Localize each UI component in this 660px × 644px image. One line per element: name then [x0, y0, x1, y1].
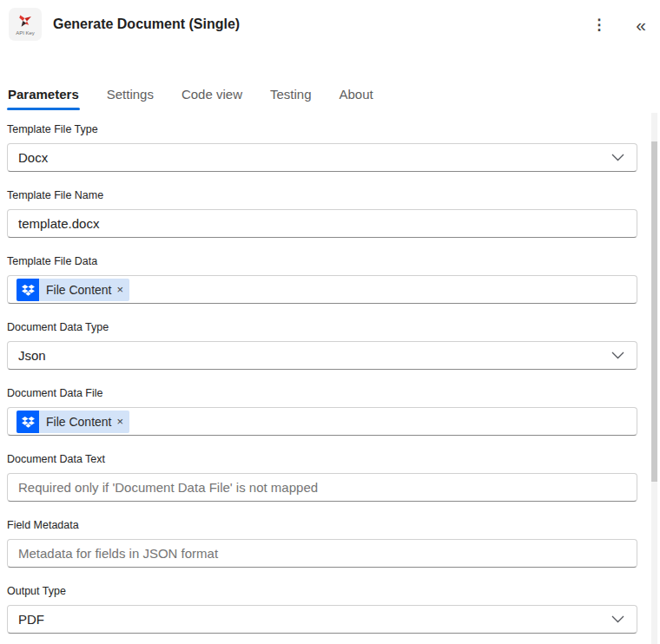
dropdown-value: Json: [18, 348, 46, 363]
collapse-panel-icon[interactable]: «: [632, 14, 650, 36]
dropdown-value: Docx: [18, 150, 48, 165]
document-data-type-dropdown[interactable]: Json: [7, 341, 637, 370]
tab-settings[interactable]: Settings: [106, 87, 155, 110]
field-label: Field Metadata: [7, 519, 637, 532]
document-data-text-input[interactable]: [7, 473, 637, 502]
field-document-data-type: Document Data Type Json: [7, 321, 637, 370]
field-output-type: Output Type PDF: [7, 585, 637, 634]
field-label: Document Data Type: [7, 321, 637, 334]
tab-testing[interactable]: Testing: [269, 87, 313, 110]
more-menu-icon[interactable]: ⋮: [588, 16, 610, 34]
tab-code-view[interactable]: Code view: [181, 87, 243, 110]
field-label: Document Data File: [7, 387, 637, 400]
template-file-data-input[interactable]: File Content ×: [7, 275, 637, 304]
template-file-type-dropdown[interactable]: Docx: [7, 143, 637, 172]
parameters-panel: Template File Type Docx Template File Na…: [0, 110, 660, 634]
field-template-file-data: Template File Data File Content ×: [7, 255, 637, 304]
tab-parameters[interactable]: Parameters: [7, 87, 80, 110]
field-label: Template File Data: [7, 255, 637, 268]
scrollbar-thumb[interactable]: [651, 141, 657, 482]
dynamic-content-token[interactable]: File Content ×: [16, 411, 129, 433]
tab-bar: Parameters Settings Code view Testing Ab…: [0, 87, 660, 110]
token-label: File Content: [46, 415, 111, 429]
document-data-file-input[interactable]: File Content ×: [7, 407, 637, 436]
output-type-dropdown[interactable]: PDF: [7, 605, 637, 634]
dropbox-icon: [16, 279, 39, 301]
chevron-down-icon: [611, 352, 624, 359]
api-key-logo-icon: [17, 13, 34, 30]
dropdown-value: PDF: [18, 612, 44, 627]
chevron-down-icon: [611, 154, 624, 161]
field-label: Template File Type: [7, 123, 637, 136]
token-remove-icon[interactable]: ×: [116, 284, 123, 295]
field-label: Template File Name: [7, 189, 637, 202]
field-document-data-text: Document Data Text: [7, 453, 637, 502]
connector-badge: API Key: [9, 8, 42, 41]
dynamic-content-token[interactable]: File Content ×: [16, 279, 129, 301]
field-template-file-type: Template File Type Docx: [7, 123, 637, 172]
token-remove-icon[interactable]: ×: [116, 416, 123, 427]
connector-badge-label: API Key: [16, 30, 35, 36]
scrollbar-track[interactable]: [651, 113, 657, 644]
token-label: File Content: [46, 283, 111, 297]
field-document-data-file: Document Data File File Content ×: [7, 387, 637, 436]
field-template-file-name: Template File Name: [7, 189, 637, 238]
field-field-metadata: Field Metadata: [7, 519, 637, 568]
field-label: Output Type: [7, 585, 637, 598]
field-label: Document Data Text: [7, 453, 637, 466]
field-metadata-input[interactable]: [7, 539, 637, 568]
action-title: Generate Document (Single): [53, 16, 240, 32]
template-file-name-input[interactable]: [7, 209, 637, 238]
dropbox-icon: [16, 411, 39, 433]
chevron-down-icon: [611, 615, 624, 623]
action-header: API Key Generate Document (Single) ⋮ «: [0, 0, 660, 49]
tab-about[interactable]: About: [339, 87, 374, 110]
